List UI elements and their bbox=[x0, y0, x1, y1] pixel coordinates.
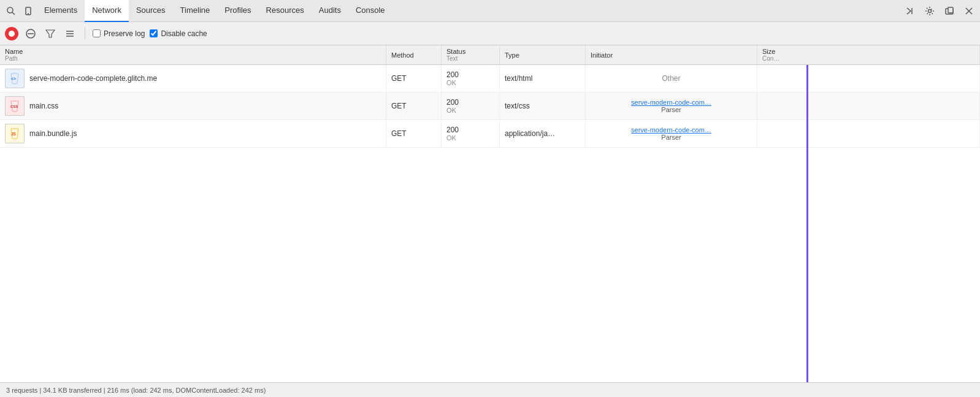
record-button[interactable] bbox=[5, 27, 18, 40]
table-row[interactable]: CSS main.css GET 200 OK text/css serve-m… bbox=[0, 93, 980, 120]
preserve-log-checkbox[interactable] bbox=[93, 29, 101, 37]
network-table: <> serve-modern-code-complete.glitch.me … bbox=[0, 65, 980, 382]
svg-line-1 bbox=[12, 12, 15, 15]
table-header: Name Path Method Status Text Type Initia… bbox=[0, 45, 980, 65]
html-file-icon: <> bbox=[5, 69, 25, 88]
svg-text:JS: JS bbox=[11, 132, 17, 136]
svg-point-10 bbox=[9, 31, 15, 37]
row3-status-cell: 200 OK bbox=[442, 120, 500, 147]
close-icon[interactable] bbox=[960, 2, 978, 20]
settings-icon[interactable] bbox=[921, 2, 938, 20]
no-entry-icon[interactable] bbox=[23, 26, 38, 41]
table-row[interactable]: JS main.bundle.js GET 200 OK application… bbox=[0, 120, 980, 148]
window-icon[interactable] bbox=[941, 2, 958, 20]
row1-method-cell: GET bbox=[386, 65, 442, 92]
disable-cache-label[interactable]: Disable cache bbox=[150, 29, 207, 38]
svg-text:CSS: CSS bbox=[10, 105, 18, 108]
svg-rect-7 bbox=[948, 7, 953, 13]
preserve-log-label[interactable]: Preserve log bbox=[93, 29, 145, 38]
row1-size-cell bbox=[757, 65, 980, 92]
row2-type-cell: text/css bbox=[500, 93, 586, 119]
row3-name-cell: JS main.bundle.js bbox=[0, 120, 386, 147]
table-row[interactable]: <> serve-modern-code-complete.glitch.me … bbox=[0, 65, 980, 93]
tab-sources[interactable]: Sources bbox=[129, 0, 173, 22]
row3-type-cell: application/ja… bbox=[500, 120, 586, 147]
device-icon[interactable] bbox=[20, 2, 37, 20]
network-toolbar: Preserve log Disable cache bbox=[0, 22, 980, 45]
header-method[interactable]: Method bbox=[386, 45, 442, 64]
row1-type-cell: text/html bbox=[500, 65, 586, 92]
tab-profiles[interactable]: Profiles bbox=[217, 0, 258, 22]
execute-icon[interactable] bbox=[902, 2, 919, 20]
tab-console[interactable]: Console bbox=[348, 0, 392, 22]
js-file-icon: JS bbox=[5, 124, 25, 143]
svg-text:<>: <> bbox=[11, 77, 16, 81]
tab-elements[interactable]: Elements bbox=[37, 0, 85, 22]
tab-timeline[interactable]: Timeline bbox=[173, 0, 218, 22]
row2-name-cell: CSS main.css bbox=[0, 93, 386, 119]
row2-status-cell: 200 OK bbox=[442, 93, 500, 119]
header-name[interactable]: Name Path bbox=[0, 45, 386, 64]
disable-cache-checkbox[interactable] bbox=[150, 29, 158, 37]
header-status[interactable]: Status Text bbox=[442, 45, 500, 64]
row1-name-cell: <> serve-modern-code-complete.glitch.me bbox=[0, 65, 386, 92]
filter-icon[interactable] bbox=[43, 26, 58, 41]
row2-initiator-cell: serve-modern-code-com… Parser bbox=[586, 93, 757, 119]
svg-marker-13 bbox=[46, 30, 55, 37]
tab-network[interactable]: Network bbox=[85, 0, 129, 22]
top-nav: Elements Network Sources Timeline Profil… bbox=[0, 0, 980, 22]
svg-point-0 bbox=[7, 7, 13, 13]
row3-initiator-cell: serve-modern-code-com… Parser bbox=[586, 120, 757, 147]
row3-size-cell bbox=[757, 120, 980, 147]
row1-status-cell: 200 OK bbox=[442, 65, 500, 92]
list-icon[interactable] bbox=[63, 26, 77, 41]
search-icon[interactable] bbox=[2, 2, 20, 20]
tab-resources[interactable]: Resources bbox=[259, 0, 312, 22]
row2-size-cell bbox=[757, 93, 980, 119]
header-initiator[interactable]: Initiator bbox=[586, 45, 757, 64]
header-type[interactable]: Type bbox=[500, 45, 586, 64]
row1-initiator-cell: Other bbox=[586, 65, 757, 92]
toolbar-divider bbox=[85, 28, 85, 40]
header-size[interactable]: Size Con… bbox=[757, 45, 980, 64]
row2-method-cell: GET bbox=[386, 93, 442, 119]
row3-method-cell: GET bbox=[386, 120, 442, 147]
status-bar: 3 requests | 34.1 KB transferred | 216 m… bbox=[0, 382, 980, 397]
svg-point-5 bbox=[928, 9, 932, 12]
nav-right-icons bbox=[902, 2, 978, 20]
tab-audits[interactable]: Audits bbox=[312, 0, 348, 22]
css-file-icon: CSS bbox=[5, 96, 25, 116]
